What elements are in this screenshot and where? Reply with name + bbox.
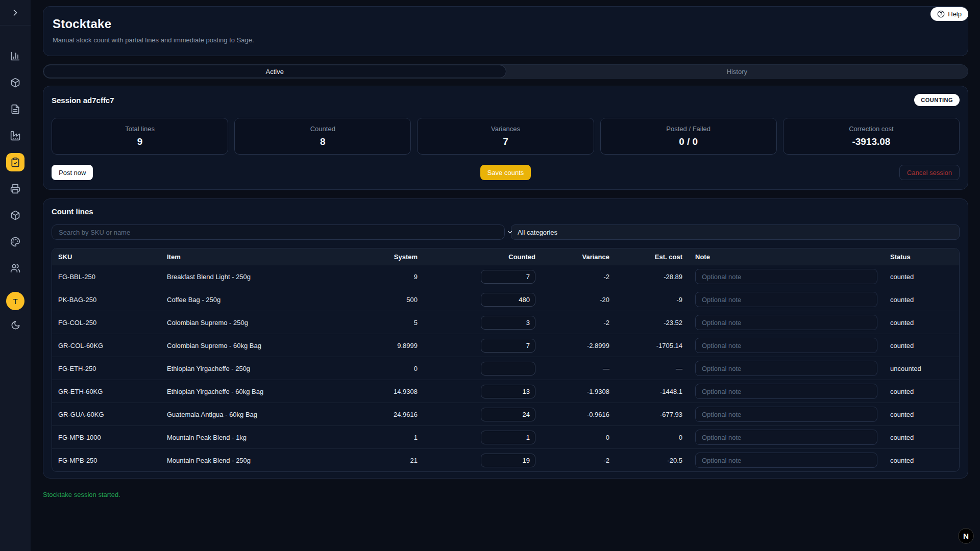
system-cell: 500: [338, 296, 420, 304]
status-cell: counted: [883, 434, 959, 441]
help-button[interactable]: Help: [930, 7, 968, 21]
count-lines-table: SKUItemSystemCountedVarianceEst. costNot…: [52, 248, 960, 472]
sidebar-item-package[interactable]: [6, 73, 24, 92]
stat-card: Counted8: [234, 118, 411, 155]
factory-icon: [10, 131, 20, 141]
item-cell: Breakfast Blend Light - 250g: [165, 273, 338, 281]
column-header-status: Status: [883, 253, 959, 261]
note-input[interactable]: [695, 292, 877, 307]
note-cell: [684, 292, 883, 307]
theme-toggle[interactable]: [11, 320, 20, 330]
note-cell: [684, 453, 883, 468]
sidebar: T: [0, 0, 31, 551]
session-card: Session ad7cffc7 COUNTING Total lines9Co…: [43, 86, 968, 190]
system-cell: 14.9308: [338, 388, 420, 395]
sidebar-item-users[interactable]: [6, 259, 24, 278]
category-select[interactable]: All categories: [511, 224, 960, 240]
counted-input[interactable]: [481, 362, 535, 375]
item-cell: Ethiopian Yirgacheffe - 250g: [165, 365, 338, 372]
counted-input[interactable]: [481, 339, 535, 353]
avatar[interactable]: T: [6, 292, 24, 310]
note-input[interactable]: [695, 361, 877, 376]
counted-input[interactable]: [481, 454, 535, 467]
variance-cell: -20: [537, 296, 611, 304]
note-input[interactable]: [695, 269, 877, 284]
sidebar-item-palette[interactable]: [6, 233, 24, 251]
filters-row: All categories: [52, 224, 960, 240]
sidebar-item-factory[interactable]: [6, 127, 24, 145]
counted-cell: [420, 362, 537, 375]
chevron-right-icon: [10, 8, 20, 18]
page-subtitle: Manual stock count with partial lines an…: [53, 36, 959, 44]
sidebar-bottom: T: [6, 292, 24, 330]
count-lines-card: Count lines All categories SKUItemSystem…: [43, 198, 968, 479]
note-cell: [684, 338, 883, 353]
column-header-counted: Counted: [420, 253, 537, 261]
note-input[interactable]: [695, 338, 877, 353]
stat-value: 7: [503, 136, 508, 147]
counted-cell: [420, 431, 537, 444]
counted-input[interactable]: [481, 293, 535, 307]
counted-input[interactable]: [481, 408, 535, 421]
note-input[interactable]: [695, 315, 877, 330]
tab-active[interactable]: Active: [43, 65, 506, 78]
note-input[interactable]: [695, 430, 877, 445]
sidebar-item-printer[interactable]: [6, 180, 24, 198]
est-cost-cell: -1705.14: [611, 342, 684, 349]
note-input[interactable]: [695, 453, 877, 468]
item-cell: Mountain Peak Blend - 1kg: [165, 434, 338, 441]
sku-cell: FG-MPB-250: [52, 457, 165, 464]
dev-overlay-badge[interactable]: N: [958, 528, 974, 544]
status-cell: counted: [883, 296, 959, 304]
help-circle-icon: [937, 10, 945, 18]
cancel-session-button[interactable]: Cancel session: [899, 165, 960, 180]
post-now-button[interactable]: Post now: [52, 165, 93, 180]
counted-input[interactable]: [481, 431, 535, 444]
est-cost-cell: -677.93: [611, 411, 684, 418]
session-title: Session ad7cffc7: [52, 96, 114, 105]
main-content: Help Stocktake Manual stock count with p…: [31, 0, 980, 551]
sku-cell: GR-ETH-60KG: [52, 388, 165, 395]
palette-icon: [10, 237, 20, 247]
counted-cell: [420, 293, 537, 307]
table-row: GR-COL-60KGColombian Supremo - 60kg Bag9…: [52, 334, 959, 357]
stat-label: Total lines: [125, 125, 155, 133]
status-cell: counted: [883, 411, 959, 418]
table-row: FG-ETH-250Ethiopian Yirgacheffe - 250g0—…: [52, 357, 959, 380]
app-root: T Help Stocktake Manual stock count with…: [0, 0, 980, 551]
est-cost-cell: 0: [611, 434, 684, 441]
sidebar-item-package[interactable]: [6, 206, 24, 224]
bar-chart-icon: [10, 51, 20, 61]
column-header-sku: SKU: [52, 253, 165, 261]
table-row: FG-MPB-1000Mountain Peak Blend - 1kg100c…: [52, 425, 959, 448]
est-cost-cell: -1448.1: [611, 388, 684, 395]
status-cell: uncounted: [883, 365, 959, 372]
note-input[interactable]: [695, 384, 877, 399]
sidebar-item-clipboard-check[interactable]: [6, 153, 24, 171]
table-body: FG-BBL-250Breakfast Blend Light - 250g9-…: [52, 265, 959, 471]
counted-input[interactable]: [481, 270, 535, 284]
system-cell: 9.8999: [338, 342, 420, 349]
counted-input[interactable]: [481, 385, 535, 398]
note-cell: [684, 430, 883, 445]
save-counts-button[interactable]: Save counts: [480, 165, 531, 180]
table-row: PK-BAG-250Coffee Bag - 250g500-20-9count…: [52, 288, 959, 311]
note-cell: [684, 315, 883, 330]
note-input[interactable]: [695, 407, 877, 422]
sku-cell: GR-COL-60KG: [52, 342, 165, 349]
tab-history[interactable]: History: [506, 65, 968, 78]
stat-card: Posted / Failed0 / 0: [600, 118, 777, 155]
package-icon: [10, 210, 20, 220]
table-row: FG-BBL-250Breakfast Blend Light - 250g9-…: [52, 265, 959, 288]
session-stats: Total lines9Counted8Variances7Posted / F…: [52, 118, 960, 155]
variance-cell: —: [537, 365, 611, 372]
variance-cell: -1.9308: [537, 388, 611, 395]
sidebar-expand-button[interactable]: [0, 0, 31, 26]
system-cell: 9: [338, 273, 420, 281]
sidebar-item-file-text[interactable]: [6, 100, 24, 118]
search-input[interactable]: [52, 224, 505, 240]
counted-input[interactable]: [481, 316, 535, 330]
sku-cell: FG-COL-250: [52, 319, 165, 327]
status-cell: counted: [883, 388, 959, 395]
sidebar-item-bar-chart[interactable]: [6, 47, 24, 65]
